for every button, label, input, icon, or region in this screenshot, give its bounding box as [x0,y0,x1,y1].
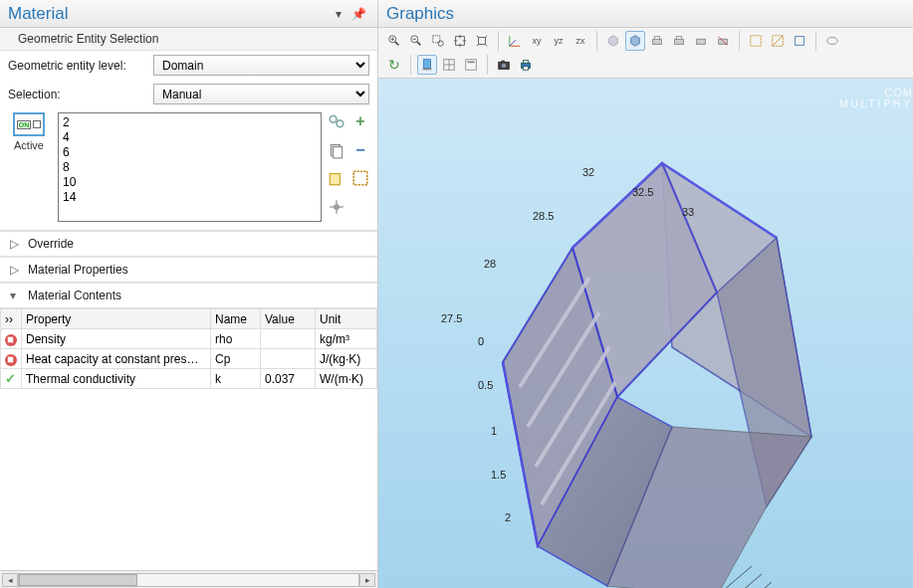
svg-rect-34 [751,36,762,47]
table-row[interactable]: ✓ Thermal conductivity k 0.037 W/(m·K) [1,369,377,389]
svg-rect-29 [675,39,684,44]
list-item[interactable]: 2 [63,115,317,130]
panel-header-tools: ▾ 📌 [333,7,369,21]
svg-rect-27 [653,39,662,44]
svg-rect-5 [353,171,367,185]
selection-row: Selection: Manual [0,80,377,108]
horizontal-scrollbar[interactable]: ◂ ▸ [0,570,377,588]
active-column: ON Active [6,112,52,222]
table-row[interactable]: ⏹ Density rho kg/m³ [1,329,377,349]
col-name[interactable]: Name [211,309,261,329]
graphics-header: Graphics [378,0,913,28]
zoom-out-icon[interactable] [406,31,426,51]
svg-rect-37 [796,37,804,46]
xy-view-icon[interactable]: xy [527,31,547,51]
select-none-icon[interactable] [768,31,788,51]
col-property[interactable]: Property [22,309,211,329]
svg-point-1 [337,120,343,127]
legend-icon[interactable] [461,55,481,75]
axis-tick: 0 [478,335,484,347]
entity-level-row: Geometric entity level: Domain [0,51,377,80]
axis-tick: 1.5 [491,469,506,481]
refresh-icon[interactable]: ↻ [384,55,404,75]
axis-tick: 32 [582,166,594,178]
print2-icon[interactable] [669,31,689,51]
clear-selection-icon[interactable] [351,169,369,187]
material-contents-section[interactable]: ▾Material Contents [0,283,377,308]
grid-icon[interactable] [439,55,459,75]
zoom-extents-icon[interactable] [450,31,470,51]
scroll-left-icon[interactable]: ◂ [2,573,18,587]
copy-icon[interactable] [328,169,345,187]
table-row[interactable]: ⏹ Heat capacity at constant pres… Cp J/(… [1,349,377,369]
print4-icon[interactable] [713,31,733,51]
svg-rect-30 [676,37,681,40]
scene-light-icon[interactable] [417,55,437,75]
svg-rect-50 [523,61,528,64]
selection-select[interactable]: Manual [153,84,369,104]
print-main-icon[interactable] [516,55,536,75]
scroll-right-icon[interactable]: ▸ [359,573,375,587]
print-icon[interactable] [647,31,667,51]
svg-line-66 [727,574,762,588]
snapshot-icon[interactable] [494,55,514,75]
yz-view-icon[interactable]: yz [549,31,569,51]
col-unit[interactable]: Unit [316,309,377,329]
select-box-icon[interactable] [790,31,809,51]
panel-pin-icon[interactable]: 📌 [348,7,369,21]
transparency-icon[interactable] [603,31,623,51]
scrollbar-thumb[interactable] [19,574,137,586]
print3-icon[interactable] [691,31,711,51]
override-section[interactable]: ▷Override [0,231,377,257]
graphics-viewport[interactable]: COM MULTIPHY [378,79,913,588]
default-view-icon[interactable] [505,31,525,51]
axis-tick: 28 [484,258,496,270]
panel-minimize-icon[interactable]: ▾ [333,7,344,21]
zoom-selected-icon[interactable] [472,31,492,51]
svg-rect-45 [468,62,475,64]
list-item[interactable]: 10 [63,175,317,190]
svg-rect-28 [654,37,659,40]
list-item[interactable]: 14 [63,190,317,205]
domain-selection-list[interactable]: 2 4 6 8 10 14 [58,112,322,222]
zoom-selection-icon[interactable] [328,198,345,216]
col-value[interactable]: Value [261,309,316,329]
svg-rect-51 [523,67,528,71]
svg-line-14 [417,42,421,46]
table-corner[interactable]: ›› [1,309,22,329]
svg-line-36 [773,36,784,47]
list-item[interactable]: 4 [63,130,317,145]
material-properties-section[interactable]: ▷Material Properties [0,257,377,283]
list-item[interactable]: 6 [63,145,317,160]
svg-rect-31 [697,39,706,44]
wireframe-icon[interactable] [625,31,645,51]
active-label: Active [14,139,44,151]
material-title: Material [8,4,333,24]
chevron-right-icon: ▷ [10,237,20,251]
material-panel-header: Material ▾ 📌 [0,0,377,28]
entity-level-select[interactable]: Domain [153,55,369,76]
hide-icon[interactable] [822,31,842,51]
toggle-selection-icon[interactable] [328,112,345,130]
zoom-box-icon[interactable] [428,31,448,51]
zx-view-icon[interactable]: zx [571,31,590,51]
model-3d[interactable] [418,128,896,588]
list-item[interactable]: 8 [63,160,317,175]
paste-icon[interactable] [328,141,345,159]
graphics-title: Graphics [386,4,454,24]
select-all-icon[interactable] [746,31,766,51]
entity-level-label: Geometric entity level: [8,59,147,73]
material-contents-table-wrap: ›› Property Name Value Unit ⏹ Density rh… [0,308,377,570]
add-icon[interactable]: + [351,112,369,130]
zoom-in-icon[interactable] [384,31,404,51]
svg-point-17 [438,41,443,46]
remove-icon[interactable]: − [351,141,369,159]
geometric-entity-selection-heading: Geometric Entity Selection [0,28,377,51]
axis-tick: 0.5 [478,379,493,391]
chevron-right-icon: ▷ [10,263,20,277]
axis-tick: 1 [491,425,497,437]
graphics-toolbar: xy yz zx ↻ [378,28,913,79]
svg-line-67 [737,582,772,588]
active-toggle[interactable]: ON [13,112,45,136]
svg-rect-40 [423,69,432,71]
